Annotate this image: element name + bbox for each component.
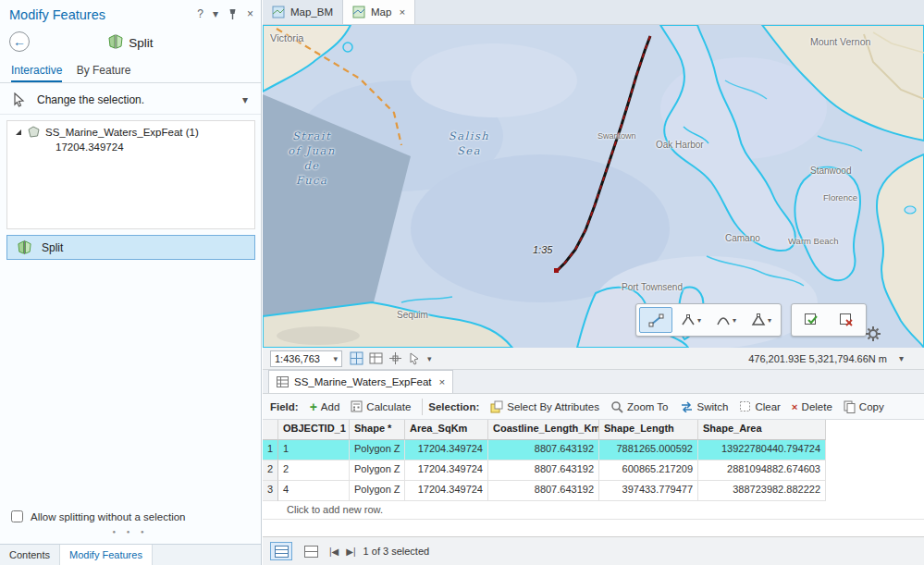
finish-sketch-button[interactable] xyxy=(795,307,828,333)
cell-coastline[interactable]: 8807.643192 xyxy=(488,461,599,481)
cell-shape[interactable]: Polygon Z xyxy=(350,440,405,461)
arc-tool-button[interactable]: ▾ xyxy=(709,307,743,333)
cell-area[interactable]: 17204.349724 xyxy=(405,481,488,501)
column-header-shape-length[interactable]: Shape_Length xyxy=(599,420,698,440)
coordinates-readout: 476,201.93E 5,321,794.66N m xyxy=(748,353,887,364)
cell-objectid[interactable]: 2 xyxy=(278,461,350,481)
clear-selection-icon xyxy=(739,400,751,412)
chevron-down-icon[interactable]: ▾ xyxy=(697,316,701,325)
column-header-shape[interactable]: Shape * xyxy=(350,420,405,440)
trace-tool-button[interactable]: ▾ xyxy=(745,307,778,333)
tab-by-feature[interactable]: By Feature xyxy=(77,61,131,82)
map-canvas[interactable]: Victoria Mount Vernon Strait of Juan de … xyxy=(263,25,924,348)
cell-shape-length[interactable]: 600865.217209 xyxy=(599,461,698,481)
cell-shape-area[interactable]: 2881094882.674603 xyxy=(698,461,826,481)
row-selector[interactable]: 3 xyxy=(263,481,278,501)
copy-icon xyxy=(844,400,856,413)
select-by-attributes-button[interactable]: Select By Attributes xyxy=(485,399,605,415)
grid-blue-icon[interactable] xyxy=(350,351,363,365)
tab-map-bm[interactable]: Map_BM xyxy=(263,0,343,24)
cell-shape-area[interactable]: 13922780440.794724 xyxy=(698,440,826,461)
table-view-button[interactable] xyxy=(270,542,292,560)
calculate-button[interactable]: Calculate xyxy=(345,399,416,414)
cell-area[interactable]: 17204.349724 xyxy=(405,461,488,481)
right-angle-tool-button[interactable]: ▾ xyxy=(674,307,708,333)
tree-layer-item[interactable]: SS_Marine_Waters_ExpFeat (1) xyxy=(7,121,254,140)
row-selector[interactable]: 2 xyxy=(263,461,278,481)
last-record-icon[interactable]: ▶| xyxy=(346,547,355,557)
copy-button[interactable]: Copy xyxy=(838,399,890,415)
expand-arrow-icon[interactable] xyxy=(15,129,22,136)
split-list-item[interactable]: Split xyxy=(6,235,255,260)
label-oak-harbor: Oak Harbor xyxy=(656,140,704,150)
first-record-icon[interactable]: |◀ xyxy=(329,547,339,557)
table-tab-bar: SS_Marine_Waters_ExpFeat × xyxy=(263,370,924,394)
form-view-button[interactable] xyxy=(300,542,322,560)
table-row[interactable]: 2 2 Polygon Z 17204.349724 8807.643192 6… xyxy=(263,461,924,481)
cell-shape-area[interactable]: 388723982.882222 xyxy=(698,481,826,501)
tab-map[interactable]: Map × xyxy=(343,0,415,24)
allow-splitting-checkbox[interactable] xyxy=(11,510,23,522)
snap-pointer-icon[interactable] xyxy=(408,351,422,365)
chevron-down-icon[interactable]: ▾ xyxy=(733,316,736,325)
scale-dropdown[interactable]: 1:436,763 ▾ xyxy=(270,350,342,367)
cell-coastline[interactable]: 8807.643192 xyxy=(488,481,599,501)
pane-pagination-dots: ● ● ● xyxy=(0,529,261,534)
selection-group-label: Selection: xyxy=(428,401,479,412)
help-icon[interactable]: ? xyxy=(197,7,203,20)
cell-shape-length[interactable]: 397433.779477 xyxy=(599,481,698,501)
change-selection-label: Change the selection. xyxy=(37,93,144,106)
tab-modify-features[interactable]: Modify Features xyxy=(60,545,153,565)
selection-tree: SS_Marine_Waters_ExpFeat (1) 17204.34972… xyxy=(6,120,255,229)
chevron-down-icon[interactable]: ▾ xyxy=(242,93,248,106)
pane-title: Modify Features xyxy=(9,7,105,22)
column-header-coastline[interactable]: Coastline_Length_Km xyxy=(488,420,599,440)
cell-shape[interactable]: Polygon Z xyxy=(350,461,405,481)
snap-crosshair-icon[interactable] xyxy=(388,351,402,365)
table-row[interactable]: 3 4 Polygon Z 17204.349724 8807.643192 3… xyxy=(263,481,924,501)
tab-contents[interactable]: Contents xyxy=(0,545,60,565)
zoom-to-button[interactable]: Zoom To xyxy=(605,399,674,415)
row-selector[interactable]: 1 xyxy=(263,440,278,461)
cell-objectid[interactable]: 1 xyxy=(278,440,350,461)
close-icon[interactable]: × xyxy=(439,376,446,387)
change-selection-row[interactable]: Change the selection. ▾ xyxy=(0,85,261,115)
chevron-down-icon[interactable]: ▾ xyxy=(899,353,904,363)
column-header-objectid[interactable]: OBJECTID_1 * xyxy=(278,420,350,440)
tab-attribute-table[interactable]: SS_Marine_Waters_ExpFeat × xyxy=(268,370,453,393)
row-selector-header[interactable] xyxy=(263,420,278,440)
label-sequim: Sequim xyxy=(397,310,428,320)
column-header-area[interactable]: Area_SqKm xyxy=(405,420,488,440)
add-new-row-hint[interactable]: Click to add new row. xyxy=(263,501,924,520)
line-segment-tool-button[interactable] xyxy=(639,307,672,333)
switch-selection-button[interactable]: Switch xyxy=(674,399,734,414)
close-icon[interactable]: × xyxy=(399,6,405,18)
cell-shape[interactable]: Polygon Z xyxy=(350,481,405,501)
cell-shape-length[interactable]: 7881265.000592 xyxy=(599,440,698,461)
map-status-bar: 1:436,763 ▾ ▾ 476,201.93E 5,321,794.66N … xyxy=(263,348,924,370)
close-icon[interactable]: × xyxy=(247,7,253,20)
form-view-icon xyxy=(304,546,318,558)
cell-area[interactable]: 17204.349724 xyxy=(405,440,488,461)
delete-sketch-button[interactable] xyxy=(830,307,863,333)
scale-value: 1:436,763 xyxy=(275,353,320,364)
cell-coastline[interactable]: 8807.643192 xyxy=(488,440,599,461)
tab-interactive[interactable]: Interactive xyxy=(11,61,62,82)
delete-selected-button[interactable]: ×Delete xyxy=(786,399,838,414)
snapping-gear-icon[interactable] xyxy=(866,326,881,341)
tree-feature-value[interactable]: 17204.349724 xyxy=(7,140,254,153)
label-swantown: Swantown xyxy=(598,131,636,141)
pin-icon[interactable] xyxy=(228,8,238,20)
table-grid-icon[interactable] xyxy=(369,351,383,365)
label-stanwood: Stanwood xyxy=(810,166,851,176)
chevron-down-icon[interactable]: ▾ xyxy=(213,7,218,20)
chevron-down-icon[interactable]: ▾ xyxy=(427,354,432,363)
table-row[interactable]: 1 1 Polygon Z 17204.349724 8807.643192 7… xyxy=(263,440,924,461)
field-group-label: Field: xyxy=(270,401,299,412)
cell-objectid[interactable]: 4 xyxy=(278,481,350,501)
arcgis-pro-window: Modify Features ? ▾ × ← Split Interactiv… xyxy=(0,0,924,565)
column-header-shape-area[interactable]: Shape_Area xyxy=(698,420,826,440)
clear-selection-button[interactable]: Clear xyxy=(733,399,785,414)
add-field-button[interactable]: +Add xyxy=(304,399,346,414)
chevron-down-icon[interactable]: ▾ xyxy=(768,316,771,325)
